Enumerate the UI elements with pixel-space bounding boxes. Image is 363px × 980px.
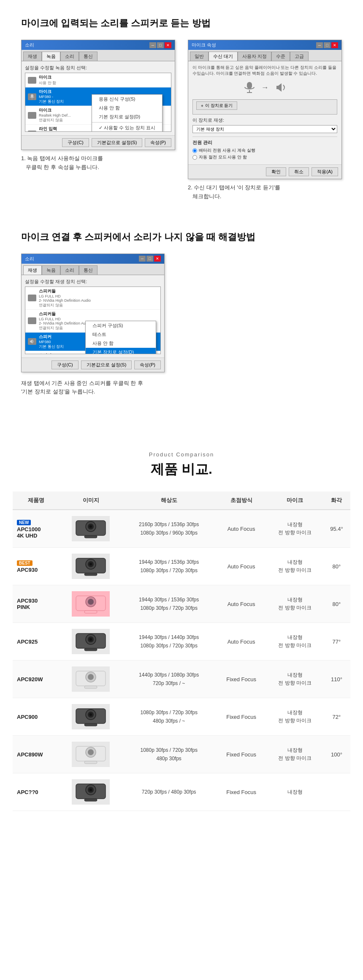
svg-rect-37 xyxy=(84,648,97,651)
product-image-cell xyxy=(60,736,122,773)
product-image-cell xyxy=(60,585,122,623)
context2-disable[interactable]: 사용 안 함 xyxy=(86,339,156,348)
configure-button-2[interactable]: 구성(C) xyxy=(51,360,78,369)
speaker-device-icon2 xyxy=(28,317,36,324)
product-name-cell: APC920W xyxy=(13,661,60,698)
maximize-button[interactable]: □ xyxy=(157,42,164,48)
section1-title: 마이크에 입력되는 소리를 스피커로 듣는 방법 xyxy=(21,17,342,30)
configure-button[interactable]: 구성(C) xyxy=(62,138,89,147)
product-image-cell xyxy=(60,698,122,736)
device-list[interactable]: 마이크 사용 안 함 마이크 MP380 - xyxy=(25,73,171,132)
product-name-cell: APC925 xyxy=(13,623,60,661)
context-item-show-enabled[interactable]: ✓ 사용할 수 있는 장치 표시 xyxy=(92,123,162,132)
step2-text: 2. 수신 대기 탭에서 '이 장치로 듣기'를 체크합니다. xyxy=(188,183,342,201)
product-name-cell: APC900 xyxy=(13,698,60,736)
tab-record[interactable]: 녹음 xyxy=(42,52,60,61)
section2-title: 마이크 연결 후 스피커에서 소리가 나지 않을 때 해결방법 xyxy=(21,231,342,243)
minimize-button-2[interactable]: ─ xyxy=(139,256,146,262)
svg-rect-4 xyxy=(31,113,33,116)
table-row: APC930 PINK 1944p 30fps / 1536p 30fps 10… xyxy=(13,585,350,623)
properties-button-2[interactable]: 속성(P) xyxy=(134,360,161,369)
tab2-comms[interactable]: 통신 xyxy=(79,265,98,275)
cancel-button[interactable]: 취소 xyxy=(289,167,309,176)
minimize-button[interactable]: ─ xyxy=(149,42,156,48)
context2-configure[interactable]: 스피커 구성(S) xyxy=(86,321,156,330)
list-item[interactable]: 마이크 사용 안 함 xyxy=(25,73,171,87)
dialog-title-buttons: ─ □ ✕ xyxy=(149,42,171,48)
table-row: APC??0 720p 30fps / 480p 30fpsFixed Focu… xyxy=(13,773,350,811)
context-item-set-default[interactable]: 기본 장치로 설정(D) xyxy=(92,112,162,121)
maximize-button-2[interactable]: □ xyxy=(146,256,153,262)
context2-set-default[interactable]: 기본 장치로 설정(D) xyxy=(86,348,156,354)
power-section: 전원 관리 배터리 전원 사용 시 계속 실행 자동 절전 모드 사용 안 함 xyxy=(192,136,337,160)
spacer xyxy=(0,409,363,434)
device-list-2[interactable]: 스피커들 LG FULL HD 2- NVidia High Definitio… xyxy=(25,287,161,354)
properties-button[interactable]: 속성(P) xyxy=(145,138,171,147)
context-item-disable[interactable]: 사용 안 함 xyxy=(92,104,162,112)
ok-button[interactable]: 확인 xyxy=(266,167,286,176)
set-default-button-2[interactable]: 기본값으로 설정(S) xyxy=(81,360,132,369)
product-mic-cell: 내장형 전 방향 마이크 xyxy=(267,698,323,736)
product-image-cell xyxy=(60,661,122,698)
product-name-cell: BESTAPC930 xyxy=(13,548,60,585)
webcam-image-svg xyxy=(74,781,108,804)
add-device-button[interactable]: + 이 장치로 듣기 xyxy=(196,101,237,110)
svg-marker-12 xyxy=(276,83,282,92)
device-icon xyxy=(28,93,36,100)
mic-close-button[interactable]: ✕ xyxy=(331,42,338,48)
mic-icon-box xyxy=(242,80,257,95)
dialog-content: 설정을 수정할 녹음 장치 선택: 마이크 사용 안 함 xyxy=(22,61,175,135)
speaker-device-icon xyxy=(28,295,36,301)
radio-powersave[interactable] xyxy=(192,155,197,160)
col-header-product: 제품명 xyxy=(13,491,60,510)
mic-tab-custom[interactable]: 사용자 지정 xyxy=(238,52,271,61)
tab2-play[interactable]: 재생 xyxy=(23,265,42,275)
mic-tab-listen[interactable]: 수신 대기 xyxy=(209,52,238,61)
set-default-button[interactable]: 기본값으로 설정(S) xyxy=(92,138,143,147)
svg-point-36 xyxy=(89,638,92,641)
device-dropdown[interactable]: 기본 재생 장치 xyxy=(192,125,337,133)
device-icon xyxy=(28,131,36,132)
mic-tab-general[interactable]: 일반 xyxy=(190,52,209,61)
svg-point-49 xyxy=(88,749,94,755)
arrow-right-icon: → xyxy=(261,83,269,92)
webcam-image-svg xyxy=(74,668,108,691)
mic-dialog-title: 마이크 속성 ─ □ ✕ xyxy=(188,40,341,50)
close-button[interactable]: ✕ xyxy=(165,42,171,48)
mic-maximize-button[interactable]: □ xyxy=(324,42,330,48)
product-resolution-cell: 1440p 30fps / 1080p 30fps 720p 30fps / ~ xyxy=(122,661,216,698)
tab2-sound[interactable]: 소리 xyxy=(60,265,79,275)
context2-test[interactable]: 테스트 xyxy=(86,330,156,339)
mic-tab-level[interactable]: 수준 xyxy=(271,52,290,61)
product-image xyxy=(72,591,110,617)
table-row: APC900 1080p 30fps / 720p 30fps 480p 30f… xyxy=(13,698,350,736)
product-focus-cell: Auto Focus xyxy=(216,585,267,623)
mic-minimize-button[interactable]: ─ xyxy=(316,42,323,48)
product-image xyxy=(72,666,110,692)
close-button-2[interactable]: ✕ xyxy=(154,256,161,262)
tab2-record[interactable]: 녹음 xyxy=(42,265,60,275)
product-name-cell: APC930 PINK xyxy=(13,585,60,623)
product-resolution-cell: 1944p 30fps / 1536p 30fps 1080p 30fps / … xyxy=(122,585,216,623)
product-angle-cell: 80° xyxy=(323,548,350,585)
mic-tab-advanced[interactable]: 고급 xyxy=(290,52,309,61)
svg-rect-46 xyxy=(84,723,97,726)
product-focus-cell: Auto Focus xyxy=(216,548,267,585)
product-angle-cell: 80° xyxy=(323,585,350,623)
apply-button[interactable]: 적용(A) xyxy=(312,167,338,176)
tab-sound[interactable]: 소리 xyxy=(60,52,79,61)
context-item-configure[interactable]: 응용 신식 구성(S) xyxy=(92,95,162,104)
radio-battery[interactable] xyxy=(192,148,197,153)
svg-marker-13 xyxy=(30,296,33,300)
list-item2[interactable]: 스피커들 LG FULL HD 2- NVidia High Definitio… xyxy=(25,287,160,310)
compare-subtitle: Product Comparison xyxy=(13,451,350,458)
tab-comms[interactable]: 통신 xyxy=(79,52,98,61)
svg-point-31 xyxy=(88,599,94,605)
power-title: 전원 관리 xyxy=(192,139,337,146)
product-mic-cell: 내장형 전 방향 마이크 xyxy=(267,510,323,548)
sound-dialog-title: 소리 ─ □ ✕ xyxy=(22,40,175,50)
mic-properties-dialog: 마이크 속성 ─ □ ✕ 일반 수신 대기 사용자 지정 수준 고급 이 마이크… xyxy=(188,40,342,179)
product-name: APC930 PINK xyxy=(17,598,38,610)
svg-rect-2 xyxy=(31,94,33,98)
tab-play[interactable]: 재생 xyxy=(23,52,42,61)
